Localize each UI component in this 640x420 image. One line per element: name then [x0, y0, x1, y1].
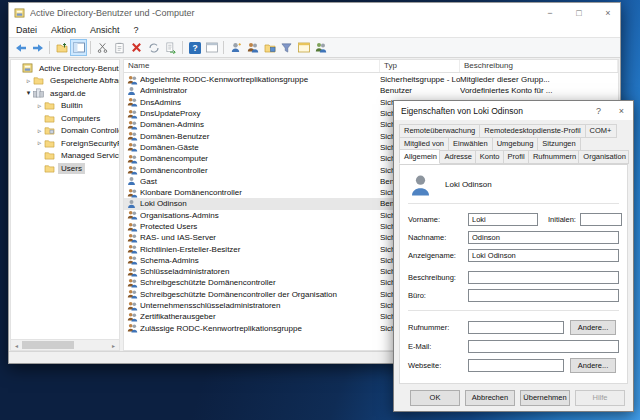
cell-name: Schlüsseladministratoren: [140, 267, 380, 276]
show-tree-icon[interactable]: [70, 39, 87, 56]
new-window-icon[interactable]: [295, 39, 312, 56]
webseite-field[interactable]: [468, 359, 564, 372]
anzeigename-field[interactable]: [468, 249, 619, 262]
dialog-tabs: RemoteüberwachungRemotedesktopdienste-Pr…: [394, 120, 633, 164]
menu-hilfe[interactable]: ?: [127, 22, 146, 37]
tree-item-label: Builtin: [58, 100, 86, 111]
expander-icon[interactable]: ▹: [35, 139, 44, 147]
tree-item-label: Active Directory-Benutzer und -: [36, 63, 119, 74]
permissions-icon[interactable]: [312, 39, 329, 56]
cell-name: Abgelehnte RODC-Kennwortreplikationsgrup…: [140, 75, 380, 84]
console-tree-panel: Active Directory-Benutzer und -▹Gespeich…: [10, 59, 120, 351]
up-folder-icon[interactable]: [53, 39, 70, 56]
ok-button[interactable]: OK: [410, 390, 460, 406]
tab-sitzungen[interactable]: Sitzungen: [537, 137, 580, 151]
tree-item-builtin[interactable]: ▹Builtin: [11, 100, 119, 113]
divider: [408, 203, 619, 204]
tab-remotedesktopdienste-profil[interactable]: Remotedesktopdienste-Profil: [479, 124, 585, 138]
cell-name: Domänencomputer: [140, 154, 380, 163]
rufnummer-field[interactable]: [468, 321, 564, 334]
tree-item-managed-service-accour[interactable]: Managed Service Accour: [11, 150, 119, 163]
export-list-icon[interactable]: [162, 39, 179, 56]
scroll-right-icon[interactable]: ▸: [108, 342, 119, 349]
scrollbar-thumb[interactable]: [22, 341, 74, 349]
new-ou-icon[interactable]: [261, 39, 278, 56]
expander-icon[interactable]: ▹: [35, 127, 44, 135]
cell-name: Richtlinien-Ersteller-Besitzer: [140, 245, 380, 254]
column-header-beschreibung[interactable]: Beschreibung: [460, 60, 618, 72]
cell-name: Domänencontroller: [140, 166, 380, 175]
list-header: NameTypBeschreibung: [124, 60, 618, 73]
tab-profil[interactable]: Profil: [503, 150, 529, 164]
-bernehmen-button[interactable]: Übernehmen: [520, 390, 570, 406]
cut-icon[interactable]: [94, 39, 111, 56]
menu-aktion[interactable]: Aktion: [44, 22, 83, 37]
tree-item-users[interactable]: Users: [11, 162, 119, 175]
rufnummer-andere-button[interactable]: Andere...: [570, 320, 616, 335]
dialog-close-icon[interactable]: ×: [610, 101, 633, 120]
back-icon[interactable]: [12, 39, 29, 56]
initialen-field[interactable]: [580, 213, 622, 226]
expander-icon[interactable]: ▹: [24, 77, 33, 85]
vorname-field[interactable]: [468, 213, 538, 226]
tab-konto[interactable]: Konto: [475, 150, 504, 164]
tab-rufnummern[interactable]: Rufnummern: [528, 150, 579, 164]
tab-allgemein[interactable]: Allgemein: [399, 149, 440, 164]
menu-datei[interactable]: Datei: [9, 22, 44, 37]
column-header-typ[interactable]: Typ: [380, 60, 460, 72]
scrollbar-track[interactable]: [22, 340, 108, 350]
properties-icon[interactable]: [203, 39, 220, 56]
tab-umgebung[interactable]: Umgebung: [492, 137, 539, 151]
tree-item-label: Users: [58, 163, 85, 174]
expander-icon[interactable]: ▾: [24, 89, 33, 97]
folder-icon: [44, 164, 55, 173]
tree-item-foreignsecurityprincipal[interactable]: ▹ForeignSecurityPrincipal: [11, 137, 119, 150]
cell-name: Zulässige RODC-Kennwortreplikationsgrupp…: [140, 324, 380, 333]
abbrechen-button[interactable]: Abbrechen: [465, 390, 515, 406]
email-field[interactable]: [468, 340, 619, 353]
close-button[interactable]: ×: [596, 3, 620, 22]
list-row[interactable]: AdministratorBenutzerVordefiniertes Kont…: [124, 85, 618, 96]
expander-icon[interactable]: ▹: [35, 102, 44, 110]
forward-icon[interactable]: [29, 39, 46, 56]
cell-name: Gast: [140, 177, 380, 186]
minimize-button[interactable]: −: [538, 3, 562, 22]
menu-ansicht[interactable]: Ansicht: [83, 22, 127, 37]
beschreibung-field[interactable]: [468, 271, 619, 284]
tree-item-domain-controllers[interactable]: ▹Domain Controllers: [11, 125, 119, 138]
group-icon: [127, 131, 140, 141]
list-row[interactable]: Abgelehnte RODC-Kennwortreplikationsgrup…: [124, 74, 618, 85]
nachname-field[interactable]: [468, 231, 619, 244]
tab-adresse[interactable]: Adresse: [439, 150, 475, 164]
tab-organisation[interactable]: Organisation: [578, 150, 629, 164]
scroll-left-icon[interactable]: ◂: [11, 342, 22, 349]
dialog-titlebar[interactable]: Eigenschaften von Loki Odinson ? ×: [394, 101, 633, 120]
help-icon[interactable]: ?: [186, 39, 203, 56]
tab-remote-berwachung[interactable]: Remoteüberwachung: [399, 124, 480, 138]
webseite-andere-button[interactable]: Andere...: [570, 358, 616, 373]
filter-icon[interactable]: [278, 39, 295, 56]
tree-item-active-directory-benutzer-und[interactable]: Active Directory-Benutzer und -: [11, 62, 119, 75]
new-user-icon[interactable]: [227, 39, 244, 56]
group-icon: [127, 188, 140, 198]
new-group-icon[interactable]: [244, 39, 261, 56]
divider: [408, 310, 619, 311]
tree-item-label: ForeignSecurityPrincipal: [58, 138, 119, 149]
cell-name: RAS- und IAS-Server: [140, 233, 380, 242]
group-icon: [127, 278, 140, 288]
tree-item-asgard-de[interactable]: ▾asgard.de: [11, 87, 119, 100]
maximize-button[interactable]: □: [567, 3, 591, 22]
tree-horizontal-scrollbar[interactable]: ◂ ▸: [11, 339, 119, 350]
copy-icon[interactable]: [111, 39, 128, 56]
column-header-name[interactable]: Name: [124, 60, 380, 72]
toolbar-separator: [90, 41, 91, 54]
tree-item-computers[interactable]: Computers: [11, 112, 119, 125]
dialog-help-icon[interactable]: ?: [587, 101, 610, 120]
buero-field[interactable]: [468, 289, 619, 302]
refresh-icon[interactable]: [145, 39, 162, 56]
tab-einw-hlen[interactable]: Einwählen: [448, 137, 493, 151]
delete-icon[interactable]: [128, 39, 145, 56]
tree-item-gespeicherte-abfragen[interactable]: ▹Gespeicherte Abfragen: [11, 75, 119, 88]
tab-com+[interactable]: COM+: [585, 124, 617, 138]
window-titlebar[interactable]: Active Directory-Benutzer und -Computer …: [9, 3, 620, 22]
